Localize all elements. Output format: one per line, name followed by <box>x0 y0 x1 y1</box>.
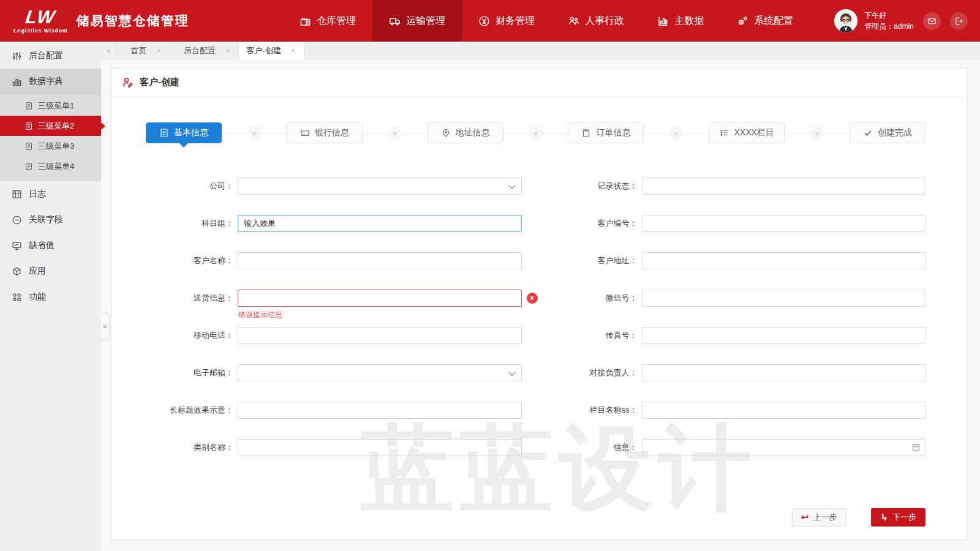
collapse-icon: « <box>103 322 107 331</box>
sidebar-item-label: 功能 <box>29 291 46 302</box>
subject-group-input[interactable] <box>238 215 522 232</box>
customer-name-input[interactable] <box>238 252 522 269</box>
close-icon[interactable]: × <box>156 46 161 55</box>
customer-number-input[interactable] <box>642 215 926 232</box>
truck-icon <box>389 15 401 27</box>
contact-person-input[interactable] <box>642 364 926 381</box>
finance-icon <box>478 15 490 27</box>
sidebar-item-logs[interactable]: 日志 <box>0 181 101 207</box>
mail-icon <box>927 17 937 26</box>
arrow-left-icon: ↩ <box>801 512 809 523</box>
long-title-demo-input[interactable] <box>238 402 522 419</box>
app-header: LW Logistics Wisdom 储易智慧仓储管理 仓库管理 运输管理 财… <box>0 0 980 42</box>
brand: LW Logistics Wisdom 储易智慧仓储管理 <box>0 0 208 42</box>
avatar[interactable] <box>834 9 858 32</box>
nav-item-warehouse[interactable]: 仓库管理 <box>283 0 372 42</box>
field-label-column-name-ss: 栏目名称ss： <box>522 402 642 419</box>
mail-button[interactable] <box>923 12 941 30</box>
sidebar-item-data-dictionary[interactable]: 数据字典 <box>0 69 101 94</box>
wizard-footer: ↩ 上一步 ↳ 下一步 <box>792 508 925 527</box>
top-nav: 仓库管理 运输管理 财务管理 人事行政 主数据 系统配置 <box>283 0 810 42</box>
nav-item-finance[interactable]: 财务管理 <box>462 0 551 42</box>
fax-input[interactable] <box>642 327 926 344</box>
logo-subtext: Logistics Wisdom <box>13 28 68 34</box>
step-connector: » <box>503 133 568 133</box>
sidebar-collapse-handle[interactable]: « <box>101 312 110 340</box>
sidebar-subitem-menu3[interactable]: 三级菜单3 <box>0 136 101 156</box>
wechat-input[interactable] <box>642 290 926 307</box>
step-address-info[interactable]: 地址信息 <box>428 122 503 143</box>
nav-item-label: 主数据 <box>674 15 704 28</box>
field-label-email: 电子邮箱： <box>146 364 238 381</box>
previous-step-button[interactable]: ↩ 上一步 <box>792 508 846 527</box>
nav-item-hr[interactable]: 人事行政 <box>551 0 641 42</box>
category-name-input[interactable] <box>238 439 522 456</box>
tab-bar: ‹ 首页 × 后台配置 × 客户-创建 × <box>101 42 980 59</box>
chevron-down-icon <box>508 182 515 189</box>
sidebar-subitem-menu4[interactable]: 三级菜单4 <box>0 156 101 176</box>
bar-chart-icon <box>657 15 669 27</box>
calendar-icon[interactable] <box>911 443 921 454</box>
customer-create-panel: 客户-创建 基本信息 » 银行信息 » <box>111 68 968 541</box>
tab-backend-config[interactable]: 后台配置 × <box>176 42 239 59</box>
arrow-right-icon: ↳ <box>880 512 888 523</box>
chevron-left-icon: ‹ <box>107 46 110 56</box>
mobile-phone-input[interactable] <box>238 327 522 344</box>
sidebar-subitem-menu1[interactable]: 三级菜单1 <box>0 96 101 116</box>
field-label-fax: 传真号： <box>522 327 642 344</box>
column-name-ss-input[interactable] <box>642 402 926 419</box>
sidebar-subitem-menu2[interactable]: 三级菜单2 <box>0 116 101 136</box>
customer-address-input[interactable] <box>642 252 926 269</box>
shell: 后台配置 数据字典 三级菜单1 三级菜单2 三级菜单3 <box>0 42 980 551</box>
step-bank-info[interactable]: 银行信息 <box>287 122 363 143</box>
sidebar-subitem-label: 三级菜单4 <box>38 161 74 172</box>
panel-title-row: 客户-创建 <box>111 69 967 97</box>
sidebar-item-label: 数据字典 <box>29 76 63 87</box>
tab-customer-create[interactable]: 客户-创建 × <box>239 42 304 59</box>
sidebar-item-default-values[interactable]: 缺省值 <box>0 233 101 258</box>
double-chevron-icon: » <box>388 126 402 140</box>
email-select[interactable] <box>238 364 522 381</box>
tab-scroll-left-button[interactable]: ‹ <box>101 42 116 59</box>
next-step-button[interactable]: ↳ 下一步 <box>871 508 925 527</box>
nav-item-system-config[interactable]: 系统配置 <box>720 0 810 42</box>
close-icon[interactable]: × <box>291 46 296 55</box>
check-icon <box>863 128 873 138</box>
sidebar-item-related-fields[interactable]: 关联字段 <box>0 207 101 233</box>
clipboard-icon <box>581 128 591 138</box>
user-area: 下午好 管理员：admin <box>810 0 980 42</box>
record-status-input[interactable] <box>642 178 926 195</box>
sidebar-item-label: 后台配置 <box>29 50 63 61</box>
error-icon[interactable]: × <box>527 293 538 304</box>
step-xxxx-section[interactable]: XXXX栏目 <box>709 122 785 143</box>
sidebar-item-backend-config[interactable]: 后台配置 <box>0 43 101 69</box>
close-icon[interactable]: × <box>225 46 230 55</box>
delivery-info-input[interactable] <box>238 290 522 307</box>
tab-home[interactable]: 首页 × <box>116 42 176 59</box>
nav-item-master-data[interactable]: 主数据 <box>641 0 720 42</box>
nav-item-transport[interactable]: 运输管理 <box>372 0 462 42</box>
field-label-customer-address: 客户地址： <box>522 252 642 269</box>
step-create-complete[interactable]: 创建完成 <box>850 122 925 143</box>
sidebar-item-label: 日志 <box>29 189 46 200</box>
company-select[interactable] <box>238 178 522 195</box>
app-window: LW Logistics Wisdom 储易智慧仓储管理 仓库管理 运输管理 财… <box>0 0 980 551</box>
sidebar-item-label: 关联字段 <box>29 214 63 225</box>
user-edit-icon <box>122 77 134 88</box>
step-label: 创建完成 <box>878 127 912 138</box>
logout-button[interactable] <box>950 12 968 30</box>
step-order-info[interactable]: 订单信息 <box>568 122 644 143</box>
double-chevron-icon: » <box>247 126 261 140</box>
sidebar-subitem-label: 三级菜单1 <box>38 100 74 111</box>
info-date-input[interactable] <box>642 439 926 456</box>
step-basic-info[interactable]: 基本信息 <box>146 122 222 143</box>
logo: LW Logistics Wisdom <box>13 8 68 34</box>
hr-people-icon <box>568 15 579 27</box>
link-icon <box>12 215 22 225</box>
sidebar-item-applications[interactable]: 应用 <box>0 258 101 284</box>
monitor-icon <box>12 241 22 251</box>
nav-item-label: 系统配置 <box>754 15 793 28</box>
document-icon <box>24 162 33 171</box>
step-label: 银行信息 <box>315 127 349 138</box>
sidebar-item-functions[interactable]: 功能 <box>0 284 101 310</box>
